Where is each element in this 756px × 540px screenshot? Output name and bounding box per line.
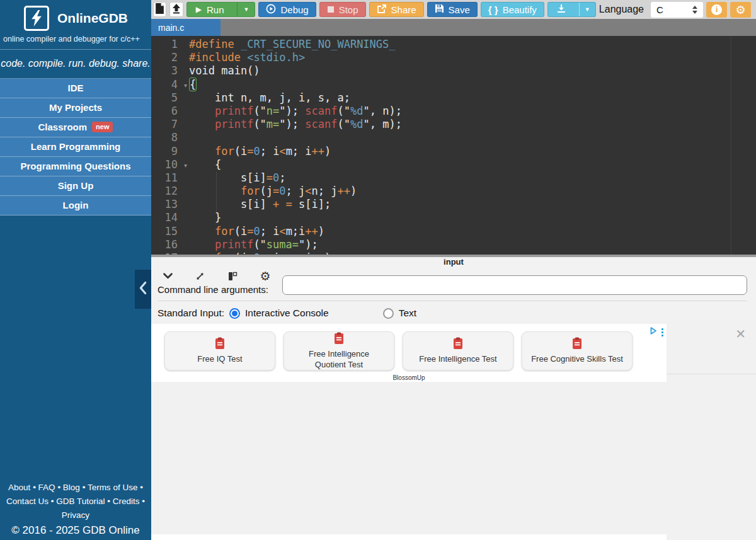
ad-card-free-intelligence-test[interactable]: Free Intelligence Test bbox=[403, 331, 513, 371]
clipboard-icon bbox=[571, 337, 583, 352]
line-number: 11 bbox=[151, 171, 189, 185]
app-title[interactable]: OnlineGDB bbox=[57, 11, 128, 26]
info-button[interactable]: i bbox=[706, 2, 727, 18]
cmd-args-input[interactable] bbox=[282, 275, 747, 295]
sidebar-item-label: Programming Questions bbox=[20, 161, 130, 171]
code-line-1[interactable]: 1#define _CRT_SECURE_NO_WARNINGS_ bbox=[151, 38, 756, 51]
open-upload-button[interactable] bbox=[169, 2, 183, 17]
ad-card-free-iq-test[interactable]: Free IQ Test bbox=[164, 331, 275, 371]
tab-bar: main.c bbox=[151, 19, 756, 36]
sidebar-item-sign-up[interactable]: Sign Up bbox=[0, 176, 151, 196]
tab-main-c[interactable]: main.c bbox=[151, 19, 220, 36]
gear-icon: ⚙ bbox=[735, 3, 745, 16]
input-settings-gear-icon[interactable]: ⚙ bbox=[260, 270, 271, 282]
close-icon[interactable]: ✕ bbox=[735, 326, 746, 342]
sidebar-item-learn-programming[interactable]: Learn Programming bbox=[0, 137, 151, 157]
radio-console-label[interactable]: Interactive Console bbox=[245, 307, 329, 319]
sidebar-collapse-handle[interactable] bbox=[135, 270, 151, 309]
collapse-panel-icon[interactable] bbox=[162, 270, 173, 282]
code-line-2[interactable]: 2#include <stdio.h> bbox=[151, 51, 756, 64]
bullet-separator: • bbox=[30, 483, 38, 492]
run-label: Run bbox=[207, 4, 224, 15]
sidebar-item-classroom[interactable]: Classroomnew bbox=[0, 118, 151, 137]
bullet-separator: • bbox=[55, 483, 63, 492]
code-line-4[interactable]: 4▾{ bbox=[151, 78, 756, 91]
code-text: int n, m, j, i, s, a; bbox=[189, 91, 756, 105]
panel-layout-icon[interactable] bbox=[227, 270, 238, 282]
code-line-11[interactable]: 11 s[i]=0; bbox=[151, 171, 756, 185]
footer-link-contact-us[interactable]: Contact Us bbox=[6, 497, 49, 506]
new-file-button[interactable] bbox=[153, 2, 166, 17]
footer-link-faq[interactable]: FAQ bbox=[38, 483, 55, 492]
download-button-group: ▼ bbox=[547, 2, 596, 17]
code-line-7[interactable]: 7 printf("m="); scanf("%d", m); bbox=[151, 118, 756, 131]
stop-label: Stop bbox=[339, 4, 358, 15]
radio-text-label[interactable]: Text bbox=[399, 307, 416, 319]
sidebar-item-my-projects[interactable]: My Projects bbox=[0, 98, 151, 118]
stdin-label: Standard Input: bbox=[158, 307, 224, 319]
stop-button[interactable]: Stop bbox=[319, 2, 366, 17]
share-button[interactable]: Share bbox=[369, 2, 424, 17]
code-line-6[interactable]: 6 printf("n="); scanf("%d", n); bbox=[151, 105, 756, 118]
radio-interactive-console[interactable] bbox=[229, 308, 240, 319]
code-line-16[interactable]: 16 printf("suma="); bbox=[151, 238, 756, 251]
code-line-8[interactable]: 8 bbox=[151, 131, 756, 144]
ad-attribution[interactable]: BlossomUp bbox=[151, 374, 667, 381]
download-options-caret[interactable]: ▼ bbox=[579, 3, 595, 16]
tab-label: main.c bbox=[158, 23, 184, 33]
code-editor[interactable]: 1#define _CRT_SECURE_NO_WARNINGS_2#inclu… bbox=[151, 36, 756, 255]
run-options-caret[interactable]: ▼ bbox=[237, 3, 255, 16]
sidebar-item-ide[interactable]: IDE bbox=[0, 79, 151, 98]
beautify-button[interactable]: { } Beautify bbox=[481, 2, 544, 17]
ad-options-dots-icon[interactable] bbox=[662, 328, 663, 336]
debug-button[interactable]: Debug bbox=[258, 2, 316, 17]
run-button[interactable]: ▶ Run bbox=[187, 3, 233, 16]
fold-toggle-icon[interactable]: ▾ bbox=[184, 79, 187, 92]
radio-text[interactable] bbox=[383, 308, 394, 319]
line-number: 13 bbox=[151, 198, 189, 211]
code-line-14[interactable]: 14 } bbox=[151, 211, 756, 224]
toolbar: ▶ Run ▼ Debug Stop bbox=[151, 0, 756, 19]
sidebar: OnlineGDB online compiler and debugger f… bbox=[0, 0, 151, 540]
footer-link-privacy[interactable]: Privacy bbox=[62, 510, 89, 520]
code-text: for(j=0; j<n; j++) bbox=[189, 251, 756, 255]
footer-link-about[interactable]: About bbox=[8, 483, 30, 492]
code-line-13[interactable]: 13 s[i] + = s[i]; bbox=[151, 198, 756, 211]
save-label: Save bbox=[449, 4, 470, 15]
adchoices-icon[interactable] bbox=[649, 326, 658, 338]
code-line-3[interactable]: 3void main() bbox=[151, 64, 756, 78]
code-line-5[interactable]: 5 int n, m, j, i, s, a; bbox=[151, 91, 756, 105]
lightning-logo-icon[interactable] bbox=[24, 6, 49, 31]
sidebar-item-login[interactable]: Login bbox=[0, 196, 151, 215]
code-line-10[interactable]: 10▾ { bbox=[151, 158, 756, 171]
language-select[interactable]: C bbox=[651, 2, 703, 18]
line-number: 9 bbox=[151, 145, 189, 158]
sidebar-item-programming-questions[interactable]: Programming Questions bbox=[0, 157, 151, 176]
footer-link-credits[interactable]: Credits bbox=[113, 497, 140, 506]
code-line-17[interactable]: 17 for(j=0; j<n; j++) bbox=[151, 251, 756, 255]
line-number: 14 bbox=[151, 211, 189, 224]
expand-panel-icon[interactable] bbox=[195, 270, 206, 282]
save-button[interactable]: Save bbox=[427, 2, 478, 17]
line-number: 6 bbox=[151, 105, 189, 118]
footer-link-gdb-tutorial[interactable]: GDB Tutorial bbox=[56, 497, 105, 506]
footer-link-terms-of-use[interactable]: Terms of Use bbox=[88, 483, 138, 492]
code-lines: 1#define _CRT_SECURE_NO_WARNINGS_2#inclu… bbox=[151, 38, 756, 255]
download-button[interactable] bbox=[548, 3, 575, 16]
input-panel-toolbar: ⚙ bbox=[158, 270, 271, 282]
code-text: s[i]=0; bbox=[189, 171, 756, 185]
sidebar-item-label: Learn Programming bbox=[31, 141, 121, 152]
footer-link-blog[interactable]: Blog bbox=[63, 483, 80, 492]
code-line-12[interactable]: 12 for(j=0; j<n; j++) bbox=[151, 185, 756, 198]
code-line-9[interactable]: 9 for(i=0; i<m; i++) bbox=[151, 145, 756, 158]
ad-card-free-intelligence-quotient-test[interactable]: Free Intelligence Quotient Test bbox=[284, 331, 394, 371]
settings-button[interactable]: ⚙ bbox=[730, 2, 751, 18]
code-line-15[interactable]: 15 for(i=0; i<m;i++) bbox=[151, 225, 756, 238]
fold-toggle-icon[interactable]: ▾ bbox=[184, 159, 187, 172]
copyright: © 2016 - 2025 GDB Online bbox=[0, 524, 151, 537]
caret-down-icon: ▼ bbox=[244, 6, 249, 13]
code-text: for(j=0; j<n; j++) bbox=[189, 185, 756, 198]
divider-line bbox=[667, 374, 756, 374]
download-icon bbox=[556, 4, 566, 15]
ad-card-free-cognitive-skills-test[interactable]: Free Cognitive Skills Test bbox=[522, 331, 633, 371]
